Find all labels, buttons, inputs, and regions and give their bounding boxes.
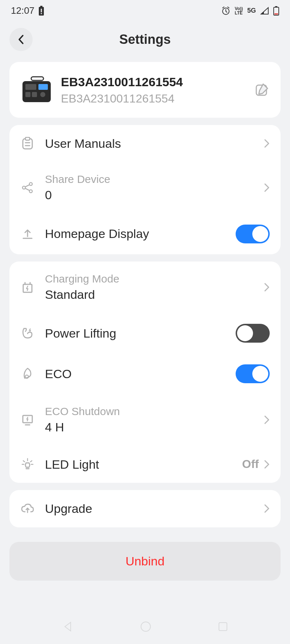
chevron-right-icon [264,415,270,425]
svg-line-24 [25,188,30,191]
status-left: 12:07 [11,5,45,16]
unbind-button[interactable]: Unbind [9,542,281,581]
nav-back-button[interactable] [61,620,74,633]
settings-group-1: User Manuals Share Device 0 Homepage Dis… [9,125,281,254]
row-title: User Manuals [45,136,264,151]
nav-home-button[interactable] [139,620,152,633]
battery-charge-icon [20,280,35,294]
system-nav-bar [0,613,290,640]
share-device-row[interactable]: Share Device 0 [9,162,281,214]
edit-button[interactable] [254,82,270,98]
eco-row: ECO [9,354,281,394]
row-sub: ECO Shutdown [45,405,264,418]
row-title: ECO [45,366,236,382]
battery-saver-icon [38,6,45,16]
volte-icon: Vo))LTE [235,7,243,15]
svg-rect-7 [274,13,278,14]
row-title: Homepage Display [45,226,236,242]
row-sub: Charging Mode [45,272,264,285]
svg-point-38 [141,622,150,631]
svg-rect-10 [25,84,36,90]
power-lifting-row: Power Lifting [9,313,281,354]
svg-rect-11 [38,84,48,90]
edit-icon [254,83,269,97]
svg-line-35 [30,461,32,462]
alarm-icon [221,6,231,16]
svg-rect-12 [25,92,30,97]
status-bar: 12:07 Vo))LTE 5G [0,0,290,20]
svg-line-23 [25,185,30,187]
led-light-value: Off [242,457,259,471]
device-name: EB3A2310011261554 [61,74,254,90]
row-sub: Share Device [45,173,264,186]
settings-group-3: Upgrade [9,490,281,527]
homepage-display-row: Homepage Display [9,214,281,254]
monitor-power-icon [20,413,35,427]
svg-rect-8 [31,77,44,80]
eco-shutdown-row[interactable]: ECO Shutdown 4 H [9,394,281,446]
homepage-display-toggle[interactable] [236,225,270,243]
muscle-icon [20,326,35,340]
charging-mode-row[interactable]: Charging Mode Standard [9,262,281,313]
back-button[interactable] [9,28,33,51]
row-title: Upgrade [45,501,264,517]
chevron-right-icon [264,460,270,469]
nav-recent-button[interactable] [217,621,229,632]
status-right: Vo))LTE 5G [221,6,279,16]
svg-rect-39 [219,623,227,631]
chevron-left-icon [17,34,25,45]
chevron-right-icon [264,504,270,513]
device-subname: EB3A2310011261554 [61,92,254,105]
eco-toggle[interactable] [236,364,270,383]
chevron-right-icon [264,139,270,148]
power-lifting-toggle[interactable] [236,324,270,343]
row-value: 0 [45,187,264,203]
cloud-upload-icon [20,501,35,516]
header: Settings [0,20,290,62]
svg-rect-17 [25,137,30,140]
svg-point-14 [40,92,45,97]
svg-point-22 [29,190,32,193]
svg-rect-1 [40,6,42,7]
svg-rect-2 [41,9,42,12]
user-manuals-row[interactable]: User Manuals [9,125,281,162]
row-title: Power Lifting [45,326,236,341]
settings-group-2: Charging Mode Standard Power Lifting ECO… [9,262,281,483]
led-light-row[interactable]: LED Light Off [9,446,281,483]
row-value: Standard [45,287,264,302]
unbind-label: Unbind [125,554,165,568]
signal-icon [260,7,269,15]
device-card: EB3A2310011261554 EB3A2310011261554 [9,62,281,118]
upgrade-row[interactable]: Upgrade [9,490,281,527]
chevron-right-icon [264,183,270,192]
battery-icon [273,6,279,16]
svg-line-34 [23,461,25,462]
share-icon [20,180,35,195]
document-icon [20,136,35,151]
device-text: EB3A2310011261554 EB3A2310011261554 [61,74,254,105]
clock: 12:07 [11,5,34,16]
svg-rect-6 [275,6,277,7]
light-icon [20,457,35,472]
row-value: 4 H [45,419,264,435]
upload-icon [20,227,35,241]
row-title: LED Light [45,457,242,472]
network-label: 5G [247,7,256,14]
eco-icon [20,367,35,381]
svg-point-20 [22,186,25,189]
device-image [20,75,53,104]
chevron-right-icon [264,283,270,292]
page-title: Settings [119,32,171,47]
svg-rect-3 [41,13,42,14]
svg-rect-13 [32,92,37,97]
svg-point-21 [29,183,32,185]
